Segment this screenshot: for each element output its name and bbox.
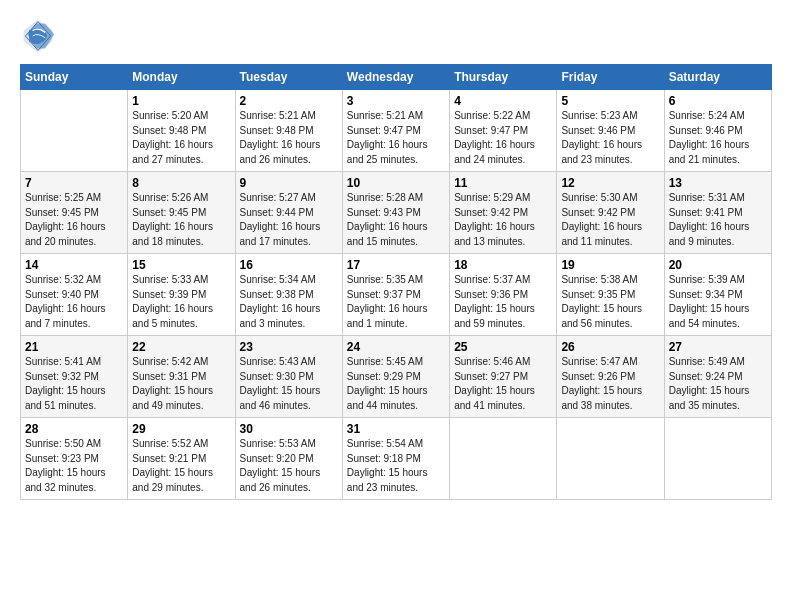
- day-number: 25: [454, 340, 552, 354]
- day-info: Sunrise: 5:49 AM Sunset: 9:24 PM Dayligh…: [669, 355, 767, 413]
- day-cell: 14Sunrise: 5:32 AM Sunset: 9:40 PM Dayli…: [21, 254, 128, 336]
- day-number: 26: [561, 340, 659, 354]
- day-cell: 22Sunrise: 5:42 AM Sunset: 9:31 PM Dayli…: [128, 336, 235, 418]
- week-row-3: 21Sunrise: 5:41 AM Sunset: 9:32 PM Dayli…: [21, 336, 772, 418]
- day-number: 3: [347, 94, 445, 108]
- day-number: 7: [25, 176, 123, 190]
- week-row-0: 1Sunrise: 5:20 AM Sunset: 9:48 PM Daylig…: [21, 90, 772, 172]
- day-number: 2: [240, 94, 338, 108]
- day-cell: [557, 418, 664, 500]
- day-cell: 12Sunrise: 5:30 AM Sunset: 9:42 PM Dayli…: [557, 172, 664, 254]
- day-info: Sunrise: 5:29 AM Sunset: 9:42 PM Dayligh…: [454, 191, 552, 249]
- day-number: 22: [132, 340, 230, 354]
- day-cell: 25Sunrise: 5:46 AM Sunset: 9:27 PM Dayli…: [450, 336, 557, 418]
- day-cell: 15Sunrise: 5:33 AM Sunset: 9:39 PM Dayli…: [128, 254, 235, 336]
- day-number: 28: [25, 422, 123, 436]
- day-number: 29: [132, 422, 230, 436]
- day-info: Sunrise: 5:32 AM Sunset: 9:40 PM Dayligh…: [25, 273, 123, 331]
- logo: [20, 18, 60, 54]
- day-info: Sunrise: 5:22 AM Sunset: 9:47 PM Dayligh…: [454, 109, 552, 167]
- day-number: 14: [25, 258, 123, 272]
- day-info: Sunrise: 5:35 AM Sunset: 9:37 PM Dayligh…: [347, 273, 445, 331]
- col-header-monday: Monday: [128, 65, 235, 90]
- day-cell: 8Sunrise: 5:26 AM Sunset: 9:45 PM Daylig…: [128, 172, 235, 254]
- day-info: Sunrise: 5:46 AM Sunset: 9:27 PM Dayligh…: [454, 355, 552, 413]
- day-number: 16: [240, 258, 338, 272]
- day-info: Sunrise: 5:33 AM Sunset: 9:39 PM Dayligh…: [132, 273, 230, 331]
- day-number: 1: [132, 94, 230, 108]
- col-header-tuesday: Tuesday: [235, 65, 342, 90]
- day-cell: 1Sunrise: 5:20 AM Sunset: 9:48 PM Daylig…: [128, 90, 235, 172]
- header-row: SundayMondayTuesdayWednesdayThursdayFrid…: [21, 65, 772, 90]
- day-cell: 3Sunrise: 5:21 AM Sunset: 9:47 PM Daylig…: [342, 90, 449, 172]
- day-number: 30: [240, 422, 338, 436]
- day-cell: 26Sunrise: 5:47 AM Sunset: 9:26 PM Dayli…: [557, 336, 664, 418]
- day-number: 24: [347, 340, 445, 354]
- day-info: Sunrise: 5:24 AM Sunset: 9:46 PM Dayligh…: [669, 109, 767, 167]
- page: SundayMondayTuesdayWednesdayThursdayFrid…: [0, 0, 792, 510]
- day-info: Sunrise: 5:30 AM Sunset: 9:42 PM Dayligh…: [561, 191, 659, 249]
- day-cell: [450, 418, 557, 500]
- day-info: Sunrise: 5:26 AM Sunset: 9:45 PM Dayligh…: [132, 191, 230, 249]
- day-number: 9: [240, 176, 338, 190]
- day-info: Sunrise: 5:42 AM Sunset: 9:31 PM Dayligh…: [132, 355, 230, 413]
- day-number: 5: [561, 94, 659, 108]
- day-cell: 24Sunrise: 5:45 AM Sunset: 9:29 PM Dayli…: [342, 336, 449, 418]
- day-cell: 4Sunrise: 5:22 AM Sunset: 9:47 PM Daylig…: [450, 90, 557, 172]
- day-info: Sunrise: 5:50 AM Sunset: 9:23 PM Dayligh…: [25, 437, 123, 495]
- day-cell: 5Sunrise: 5:23 AM Sunset: 9:46 PM Daylig…: [557, 90, 664, 172]
- day-info: Sunrise: 5:38 AM Sunset: 9:35 PM Dayligh…: [561, 273, 659, 331]
- calendar-table: SundayMondayTuesdayWednesdayThursdayFrid…: [20, 64, 772, 500]
- day-number: 23: [240, 340, 338, 354]
- col-header-thursday: Thursday: [450, 65, 557, 90]
- day-number: 27: [669, 340, 767, 354]
- logo-icon: [20, 18, 56, 54]
- week-row-4: 28Sunrise: 5:50 AM Sunset: 9:23 PM Dayli…: [21, 418, 772, 500]
- day-cell: 11Sunrise: 5:29 AM Sunset: 9:42 PM Dayli…: [450, 172, 557, 254]
- day-number: 17: [347, 258, 445, 272]
- day-info: Sunrise: 5:20 AM Sunset: 9:48 PM Dayligh…: [132, 109, 230, 167]
- day-cell: 29Sunrise: 5:52 AM Sunset: 9:21 PM Dayli…: [128, 418, 235, 500]
- day-cell: 13Sunrise: 5:31 AM Sunset: 9:41 PM Dayli…: [664, 172, 771, 254]
- day-cell: 23Sunrise: 5:43 AM Sunset: 9:30 PM Dayli…: [235, 336, 342, 418]
- day-number: 21: [25, 340, 123, 354]
- day-number: 11: [454, 176, 552, 190]
- day-number: 15: [132, 258, 230, 272]
- day-info: Sunrise: 5:34 AM Sunset: 9:38 PM Dayligh…: [240, 273, 338, 331]
- day-cell: [664, 418, 771, 500]
- day-cell: 20Sunrise: 5:39 AM Sunset: 9:34 PM Dayli…: [664, 254, 771, 336]
- day-info: Sunrise: 5:21 AM Sunset: 9:47 PM Dayligh…: [347, 109, 445, 167]
- day-cell: 21Sunrise: 5:41 AM Sunset: 9:32 PM Dayli…: [21, 336, 128, 418]
- day-cell: 9Sunrise: 5:27 AM Sunset: 9:44 PM Daylig…: [235, 172, 342, 254]
- week-row-1: 7Sunrise: 5:25 AM Sunset: 9:45 PM Daylig…: [21, 172, 772, 254]
- day-cell: 7Sunrise: 5:25 AM Sunset: 9:45 PM Daylig…: [21, 172, 128, 254]
- day-cell: 16Sunrise: 5:34 AM Sunset: 9:38 PM Dayli…: [235, 254, 342, 336]
- day-info: Sunrise: 5:53 AM Sunset: 9:20 PM Dayligh…: [240, 437, 338, 495]
- col-header-wednesday: Wednesday: [342, 65, 449, 90]
- col-header-saturday: Saturday: [664, 65, 771, 90]
- day-info: Sunrise: 5:23 AM Sunset: 9:46 PM Dayligh…: [561, 109, 659, 167]
- day-cell: 27Sunrise: 5:49 AM Sunset: 9:24 PM Dayli…: [664, 336, 771, 418]
- day-info: Sunrise: 5:54 AM Sunset: 9:18 PM Dayligh…: [347, 437, 445, 495]
- day-number: 19: [561, 258, 659, 272]
- day-cell: 10Sunrise: 5:28 AM Sunset: 9:43 PM Dayli…: [342, 172, 449, 254]
- day-info: Sunrise: 5:45 AM Sunset: 9:29 PM Dayligh…: [347, 355, 445, 413]
- calendar-body: 1Sunrise: 5:20 AM Sunset: 9:48 PM Daylig…: [21, 90, 772, 500]
- day-info: Sunrise: 5:47 AM Sunset: 9:26 PM Dayligh…: [561, 355, 659, 413]
- day-cell: 30Sunrise: 5:53 AM Sunset: 9:20 PM Dayli…: [235, 418, 342, 500]
- day-cell: 2Sunrise: 5:21 AM Sunset: 9:48 PM Daylig…: [235, 90, 342, 172]
- day-info: Sunrise: 5:27 AM Sunset: 9:44 PM Dayligh…: [240, 191, 338, 249]
- day-number: 4: [454, 94, 552, 108]
- day-cell: 6Sunrise: 5:24 AM Sunset: 9:46 PM Daylig…: [664, 90, 771, 172]
- calendar-header: SundayMondayTuesdayWednesdayThursdayFrid…: [21, 65, 772, 90]
- day-info: Sunrise: 5:43 AM Sunset: 9:30 PM Dayligh…: [240, 355, 338, 413]
- day-cell: 28Sunrise: 5:50 AM Sunset: 9:23 PM Dayli…: [21, 418, 128, 500]
- day-info: Sunrise: 5:41 AM Sunset: 9:32 PM Dayligh…: [25, 355, 123, 413]
- day-info: Sunrise: 5:21 AM Sunset: 9:48 PM Dayligh…: [240, 109, 338, 167]
- day-info: Sunrise: 5:25 AM Sunset: 9:45 PM Dayligh…: [25, 191, 123, 249]
- day-cell: 19Sunrise: 5:38 AM Sunset: 9:35 PM Dayli…: [557, 254, 664, 336]
- day-cell: 18Sunrise: 5:37 AM Sunset: 9:36 PM Dayli…: [450, 254, 557, 336]
- week-row-2: 14Sunrise: 5:32 AM Sunset: 9:40 PM Dayli…: [21, 254, 772, 336]
- day-info: Sunrise: 5:52 AM Sunset: 9:21 PM Dayligh…: [132, 437, 230, 495]
- day-info: Sunrise: 5:28 AM Sunset: 9:43 PM Dayligh…: [347, 191, 445, 249]
